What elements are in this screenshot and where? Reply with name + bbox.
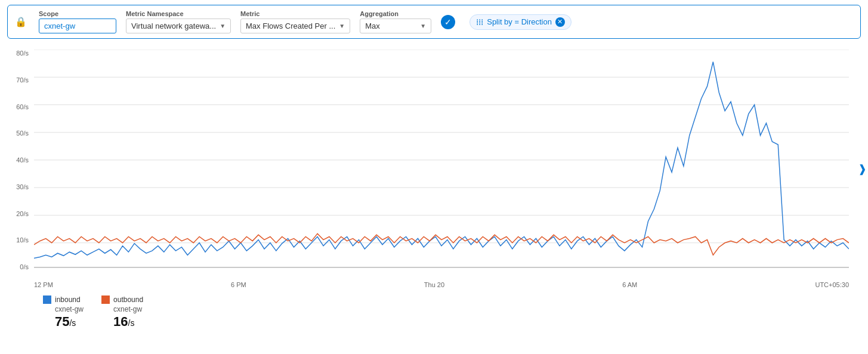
metric-field: Metric Max Flows Created Per ... ▼ [240, 10, 350, 33]
y-label-40: 40/s [7, 156, 31, 164]
metric-value: Max Flows Created Per ... [246, 21, 335, 30]
split-by-close-button[interactable]: ✕ [555, 17, 565, 27]
y-axis-labels: 80/s 70/s 60/s 50/s 40/s 30/s 20/s 10/s … [7, 50, 31, 270]
y-label-20: 20/s [7, 210, 31, 217]
chart-svg [34, 50, 849, 270]
chart-container: 80/s 70/s 60/s 50/s 40/s 30/s 20/s 10/s … [7, 44, 861, 354]
x-label-utc: UTC+05:30 [815, 281, 849, 288]
legend-inbound-color [43, 295, 51, 304]
x-label-6pm: 6 PM [231, 281, 246, 288]
legend: inbound cxnet-gw 75/s outbound cxnet-gw … [7, 291, 861, 334]
metric-namespace-label: Metric Namespace [126, 10, 231, 17]
confirm-button[interactable]: ✓ [441, 15, 455, 29]
chevron-down-icon: ▼ [220, 23, 226, 29]
toolbar: 🔒 Scope Metric Namespace Virtual network… [7, 5, 861, 39]
metric-namespace-dropdown[interactable]: Virtual network gatewa... ▼ [126, 19, 231, 33]
metric-label: Metric [240, 10, 350, 17]
x-label-12pm: 12 PM [34, 281, 53, 288]
split-by-text: Split by = Direction [487, 17, 552, 26]
y-label-60: 60/s [7, 103, 31, 110]
scope-input[interactable] [39, 19, 116, 33]
legend-outbound-unit: /s [128, 318, 135, 328]
scope-label: Scope [39, 10, 116, 17]
legend-outbound-value: 16/s [101, 315, 143, 329]
x-axis: 12 PM 6 PM Thu 20 6 AM UTC+05:30 [34, 281, 849, 288]
y-label-70: 70/s [7, 76, 31, 84]
metric-namespace-value: Virtual network gatewa... [131, 21, 216, 30]
legend-item-inbound: inbound cxnet-gw 75/s [43, 295, 84, 329]
aggregation-dropdown[interactable]: Max ▼ [360, 19, 431, 33]
metric-dropdown[interactable]: Max Flows Created Per ... ▼ [240, 19, 350, 33]
chart-area: 80/s 70/s 60/s 50/s 40/s 30/s 20/s 10/s … [7, 50, 861, 288]
y-label-30: 30/s [7, 183, 31, 190]
legend-item-outbound: outbound cxnet-gw 16/s [101, 295, 143, 329]
legend-outbound-color [101, 295, 110, 304]
legend-inbound-name: inbound [55, 295, 81, 304]
legend-inbound-unit: /s [69, 318, 76, 328]
split-by-tag: ⁞⁞⁞ Split by = Direction ✕ [469, 14, 572, 30]
aggregation-label: Aggregation [360, 10, 431, 17]
y-label-0: 0/s [7, 263, 31, 270]
legend-outbound-sub: cxnet-gw [101, 305, 143, 313]
aggregation-value: Max [365, 21, 380, 30]
scope-field: Scope [39, 10, 116, 33]
chevron-down-icon-3: ▼ [420, 23, 426, 29]
split-icon: ⁞⁞⁞ [476, 17, 483, 27]
lock-icon: 🔒 [15, 16, 27, 27]
y-label-80: 80/s [7, 50, 31, 57]
x-label-6am: 6 AM [622, 281, 637, 288]
legend-inbound-value: 75/s [43, 315, 84, 329]
legend-outbound-name: outbound [113, 295, 143, 304]
chart-svg-container [34, 50, 849, 270]
metric-namespace-field: Metric Namespace Virtual network gatewa.… [126, 10, 231, 33]
chevron-down-icon-2: ▼ [339, 23, 345, 29]
y-label-10: 10/s [7, 236, 31, 244]
y-label-50: 50/s [7, 130, 31, 137]
legend-inbound-label-row: inbound [43, 295, 84, 304]
next-arrow-icon[interactable]: ❱ [858, 162, 867, 176]
legend-inbound-sub: cxnet-gw [43, 305, 84, 313]
legend-outbound-label-row: outbound [101, 295, 143, 304]
outbound-line [34, 233, 849, 255]
aggregation-field: Aggregation Max ▼ [360, 10, 431, 33]
x-label-thu20: Thu 20 [424, 281, 444, 288]
